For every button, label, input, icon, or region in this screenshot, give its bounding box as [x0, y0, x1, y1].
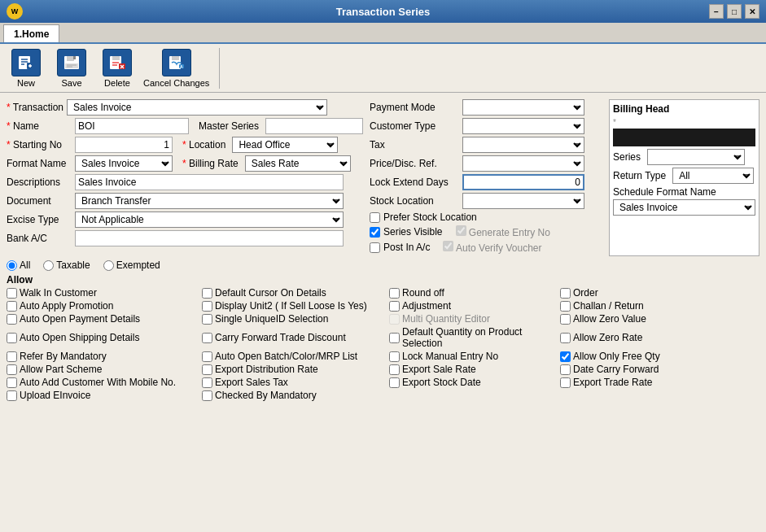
allow-checkbox[interactable]	[202, 301, 212, 312]
format-name-select[interactable]: Sales Invoice	[75, 155, 173, 172]
allow-checkbox-item[interactable]: Lock Manual Entry No	[389, 351, 560, 362]
allow-checkbox[interactable]	[560, 351, 571, 362]
allow-checkbox[interactable]	[389, 364, 400, 375]
allow-checkbox-item[interactable]: Auto Apply Promotion	[7, 300, 202, 312]
allow-checkbox[interactable]	[7, 377, 17, 388]
radio-taxable[interactable]: Taxable	[43, 259, 90, 271]
allow-checkbox-item[interactable]: Date Carry Forward	[560, 364, 715, 375]
close-button[interactable]: ✕	[745, 4, 759, 19]
allow-checkbox[interactable]	[202, 377, 212, 388]
allow-checkbox[interactable]	[560, 377, 571, 388]
allow-checkbox-item[interactable]: Default Quantity on Product Selection	[389, 326, 560, 349]
allow-checkbox[interactable]	[202, 364, 212, 375]
customer-type-select[interactable]	[462, 118, 584, 134]
transaction-select[interactable]: Sales Invoice	[67, 99, 327, 116]
allow-checkbox[interactable]	[560, 314, 571, 325]
cancel-button[interactable]: A Cancel Changes	[143, 49, 209, 88]
document-select[interactable]: Branch Transfer	[75, 193, 344, 209]
allow-checkbox[interactable]	[7, 390, 17, 401]
allow-checkbox-item[interactable]: Auto Add Customer With Mobile No.	[7, 377, 202, 388]
allow-checkbox[interactable]	[7, 288, 17, 299]
allow-checkbox-item[interactable]: Round off	[389, 287, 560, 299]
allow-checkbox[interactable]	[389, 333, 400, 343]
lock-extend-days-input[interactable]	[462, 174, 584, 190]
tax-select[interactable]	[462, 137, 584, 153]
allow-checkbox[interactable]	[202, 288, 212, 299]
allow-checkbox-item[interactable]: Export Distribution Rate	[202, 364, 389, 375]
allow-checkbox[interactable]	[202, 314, 212, 325]
delete-button[interactable]: Delete	[98, 49, 137, 88]
master-series-input[interactable]	[265, 118, 363, 134]
allow-checkbox[interactable]	[389, 377, 400, 388]
maximize-button[interactable]: □	[727, 4, 742, 19]
allow-checkbox[interactable]	[202, 351, 212, 362]
series-select[interactable]	[647, 149, 745, 165]
allow-checkbox-item[interactable]: Challan / Return	[560, 300, 715, 312]
allow-checkbox-item[interactable]: Export Stock Date	[389, 377, 560, 388]
allow-checkbox-item[interactable]: Export Sale Rate	[389, 364, 560, 375]
allow-checkbox-item[interactable]: Upload EInvoice	[7, 390, 202, 401]
location-select[interactable]: Head Office	[232, 137, 338, 153]
billing-rate-select[interactable]: Sales Rate	[245, 155, 351, 172]
allow-checkbox[interactable]	[389, 288, 400, 299]
app-icon: W	[7, 3, 23, 20]
radio-taxable-input[interactable]	[43, 260, 54, 271]
allow-checkbox[interactable]	[202, 333, 212, 343]
allow-checkbox-item[interactable]: Carry Forward Trade Discount	[202, 326, 389, 349]
radio-all-input[interactable]	[7, 260, 17, 271]
stock-location-select[interactable]	[462, 193, 584, 209]
allow-checkbox[interactable]	[560, 288, 571, 299]
allow-checkbox-item[interactable]: Allow Zero Value	[560, 313, 715, 325]
radio-exempted-input[interactable]	[103, 260, 114, 271]
allow-checkbox[interactable]	[7, 301, 17, 312]
allow-checkbox[interactable]	[7, 364, 17, 375]
save-button[interactable]: Save	[52, 49, 91, 88]
allow-checkbox[interactable]	[389, 301, 400, 312]
allow-checkbox-item[interactable]: Checked By Mandatory	[202, 390, 389, 401]
prefer-stock-location-checkbox[interactable]	[370, 212, 380, 223]
starting-no-label: * Starting No	[7, 139, 72, 150]
allow-checkbox[interactable]	[560, 333, 571, 343]
allow-checkbox-item[interactable]: Export Sales Tax	[202, 377, 389, 388]
allow-checkbox[interactable]	[560, 301, 571, 312]
series-visible-checkbox[interactable]	[370, 227, 380, 238]
return-type-select[interactable]: All	[672, 168, 754, 184]
name-input[interactable]	[75, 118, 189, 134]
allow-checkbox-item[interactable]: Auto Open Batch/Color/MRP List	[202, 351, 389, 362]
allow-checkbox-item[interactable]: Auto Open Shipping Details	[7, 326, 202, 349]
allow-checkbox-item[interactable]: Order	[560, 287, 715, 299]
allow-checkbox-item[interactable]: Auto Open Payment Details	[7, 313, 202, 325]
allow-checkbox-item[interactable]: Refer By Mandatory	[7, 351, 202, 362]
post-in-ac-checkbox[interactable]	[370, 242, 380, 253]
allow-checkbox[interactable]	[7, 314, 17, 325]
allow-checkbox-item[interactable]: Single UniqueID Selection	[202, 313, 389, 325]
allow-checkbox-item[interactable]: Default Cursor On Details	[202, 287, 389, 299]
allow-checkbox-item[interactable]: Adjustment	[389, 300, 560, 312]
minimize-button[interactable]: −	[709, 4, 724, 19]
svg-rect-10	[65, 63, 78, 68]
allow-checkbox[interactable]	[202, 390, 212, 401]
allow-checkbox-item[interactable]: Display Unit2 ( If Sell Loose Is Yes)	[202, 300, 389, 312]
tab-home[interactable]: 1.Home	[3, 24, 59, 42]
bank-ac-input[interactable]	[75, 230, 344, 246]
allow-checkbox-item[interactable]: Walk In Customer	[7, 287, 202, 299]
customer-type-label: Customer Type	[370, 120, 459, 132]
allow-checkbox-item[interactable]: Export Trade Rate	[560, 377, 715, 388]
payment-mode-select[interactable]	[462, 99, 584, 116]
allow-checkbox-item[interactable]: Allow Part Scheme	[7, 364, 202, 375]
radio-all[interactable]: All	[7, 259, 30, 271]
radio-exempted[interactable]: Exempted	[103, 259, 160, 271]
new-button[interactable]: New	[7, 49, 46, 88]
excise-type-select[interactable]: Not Applicable	[75, 211, 344, 228]
price-disc-ref-select[interactable]	[462, 155, 584, 172]
generate-entry-no-checkbox	[456, 225, 466, 236]
allow-checkbox[interactable]	[560, 364, 571, 375]
schedule-format-name-select[interactable]: Sales Invoice	[613, 199, 755, 216]
starting-no-input[interactable]	[75, 137, 173, 153]
allow-checkbox-item[interactable]: Allow Zero Rate	[560, 326, 715, 349]
allow-checkbox[interactable]	[7, 333, 17, 343]
allow-checkbox[interactable]	[7, 351, 17, 362]
descriptions-input[interactable]	[75, 174, 344, 190]
allow-checkbox[interactable]	[389, 351, 400, 362]
allow-checkbox-item[interactable]: Allow Only Free Qty	[560, 351, 715, 362]
